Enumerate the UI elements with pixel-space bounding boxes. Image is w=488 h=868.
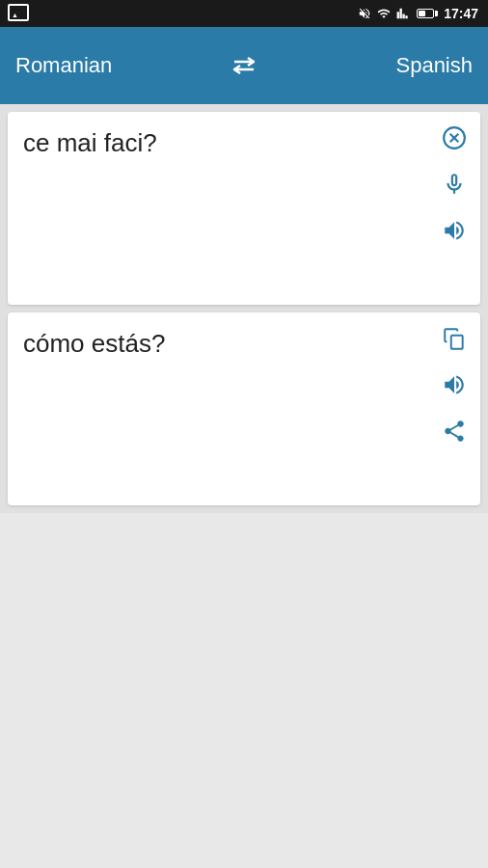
swap-languages-button[interactable] (217, 54, 271, 77)
status-icons: 17:47 (358, 6, 478, 21)
signal-icon (396, 7, 410, 20)
wifi-icon (376, 7, 392, 20)
status-bar: 17:47 (0, 0, 488, 27)
output-speaker-button[interactable] (440, 370, 469, 399)
clear-button[interactable] (440, 123, 469, 152)
toolbar: Romanian Spanish (0, 27, 488, 104)
share-button[interactable] (440, 417, 469, 446)
main-content: ce mai faci? (0, 104, 488, 513)
input-speaker-button[interactable] (440, 216, 469, 245)
input-actions (440, 123, 469, 245)
microphone-button[interactable] (440, 170, 469, 199)
battery-icon (417, 9, 434, 18)
status-time: 17:47 (444, 6, 478, 21)
image-icon (8, 4, 29, 21)
input-text[interactable]: ce mai faci? (23, 128, 157, 157)
output-text: cómo estás? (23, 329, 165, 358)
output-actions (440, 324, 469, 446)
copy-button[interactable] (440, 324, 469, 353)
output-card: cómo estás? (8, 312, 480, 505)
mute-icon (358, 7, 371, 20)
target-language-button[interactable]: Spanish (271, 53, 473, 78)
svg-rect-3 (451, 336, 463, 349)
source-language-button[interactable]: Romanian (15, 53, 217, 78)
input-card: ce mai faci? (8, 112, 480, 305)
